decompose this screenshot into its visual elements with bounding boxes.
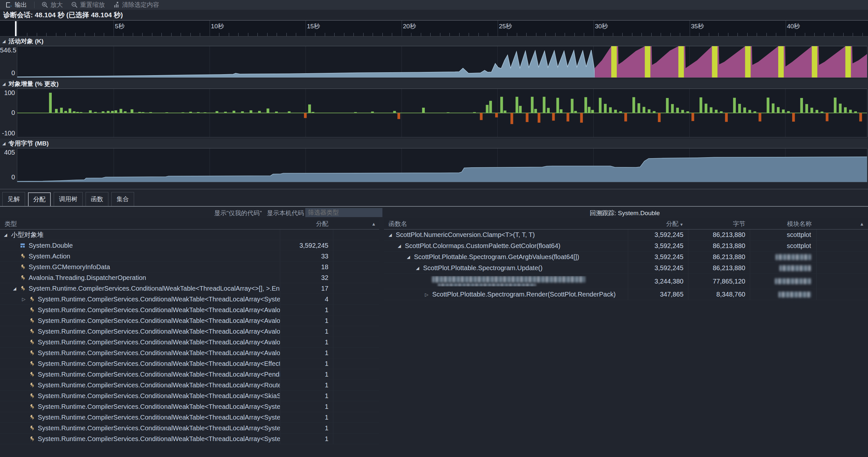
tab-call-tree[interactable]: 调用树 [54, 192, 83, 206]
tab-collections[interactable]: 集合 [111, 192, 134, 206]
type-row[interactable]: System.Runtime.CompilerServices.Conditio… [0, 423, 379, 433]
time-ruler[interactable]: 5秒10秒15秒20秒25秒30秒35秒40秒 [0, 20, 868, 36]
class-type-icon [20, 253, 26, 259]
type-name-label: System.Runtime.CompilerServices.Conditio… [38, 360, 280, 367]
type-row[interactable]: ◢System.Runtime.CompilerServices.Conditi… [0, 283, 379, 294]
chart-object-delta-plot[interactable] [17, 89, 867, 138]
ruler-minor-tick [257, 33, 258, 36]
functions-table: 函数名 分配 ▼ 字节 模块名称 ◢ScottPlot.NumericConve… [384, 218, 868, 300]
chart-private-bytes-plot[interactable] [17, 148, 867, 182]
chart3-ymax-label: 405 [0, 149, 15, 156]
zoom-in-button[interactable]: 放大 [39, 0, 65, 10]
row-filler [333, 347, 379, 358]
ruler-minor-tick [315, 33, 315, 36]
function-alloc-value: 3,592,245 [628, 241, 688, 251]
collapse-triangle-icon[interactable]: ◢ [2, 82, 5, 86]
function-name-cell [384, 276, 628, 286]
clear-selection-button[interactable]: 清除选定内容 [111, 0, 162, 10]
type-row[interactable]: System.Runtime.CompilerServices.Conditio… [0, 358, 379, 369]
type-row[interactable]: System.GCMemoryInfoData18 [0, 262, 379, 272]
tab-allocations[interactable]: 分配 [28, 192, 51, 206]
type-row[interactable]: System.Action33 [0, 251, 379, 262]
expander-collapsed-icon[interactable]: ▷ [424, 292, 430, 297]
toolbar: → 输出 放大 重置缩放 清除选定内容 [0, 0, 868, 10]
function-row[interactable]: ◢ScottPlot.Plottable.Spectrogram.GetArgb… [384, 252, 868, 263]
chart-live-objects-plot[interactable] [17, 46, 867, 78]
just-my-code-toggle[interactable]: 显示"仅我的代码" [214, 209, 262, 217]
timeline-cursor[interactable] [15, 21, 17, 36]
collapse-triangle-icon[interactable]: ◢ [2, 141, 5, 146]
function-row[interactable]: ◢ScottPlot.Colormaps.CustomPalette.GetCo… [384, 241, 868, 252]
type-name-label: System.Double [29, 242, 73, 249]
function-module-cell [750, 289, 816, 300]
type-row[interactable]: System.Runtime.CompilerServices.Conditio… [0, 347, 379, 358]
redacted-text [775, 278, 811, 284]
types-col-header[interactable]: 类型 [0, 220, 280, 228]
type-alloc-value: 18 [280, 262, 333, 272]
filter-type-input[interactable] [305, 208, 382, 217]
expander-expanded-icon[interactable]: ◢ [405, 254, 411, 260]
function-row[interactable]: ◢ScottPlot.NumericConversion.Clamp<T>(T,… [384, 230, 868, 241]
reset-zoom-button[interactable]: 重置缩放 [69, 0, 107, 10]
ruler-minor-tick [248, 33, 248, 36]
chart-private-bytes-header[interactable]: ◢ 专用字节 (MB) [0, 139, 868, 148]
type-alloc-value: 1 [280, 358, 333, 369]
type-row[interactable]: ▷System.Runtime.CompilerServices.Conditi… [0, 294, 379, 305]
type-row[interactable]: System.Runtime.CompilerServices.Conditio… [0, 326, 379, 337]
module-col-header[interactable]: 模块名称 [750, 220, 816, 228]
native-code-toggle[interactable]: 显示本机代码 [267, 209, 304, 217]
type-row[interactable]: System.Runtime.CompilerServices.Conditio… [0, 315, 379, 326]
alloc-col-header[interactable]: 分配 [280, 220, 333, 228]
type-row[interactable]: System.Runtime.CompilerServices.Conditio… [0, 391, 379, 401]
expander-expanded-icon[interactable]: ◢ [415, 266, 421, 271]
export-output-icon: → [6, 2, 12, 8]
bytes-col-header[interactable]: 字节 [688, 220, 750, 228]
type-row[interactable]: Avalonia.Threading.DispatcherOperation32 [0, 272, 379, 283]
expander-collapsed-icon[interactable]: ▷ [21, 297, 27, 302]
type-alloc-value [280, 230, 333, 240]
type-name-cell: System.Action [0, 252, 280, 260]
ruler-minor-tick [622, 33, 623, 36]
function-row[interactable]: ▷ScottPlot.Plottable.Spectrogram.Render(… [384, 289, 868, 300]
type-row[interactable]: System.Runtime.CompilerServices.Conditio… [0, 369, 379, 380]
class-type-icon [29, 383, 35, 388]
chart-live-objects-header[interactable]: ◢ 活动对象 (K) [0, 36, 868, 46]
type-row[interactable]: System.Runtime.CompilerServices.Conditio… [0, 380, 379, 391]
tab-functions[interactable]: 函数 [86, 192, 108, 206]
row-filler [333, 337, 379, 347]
function-alloc-value: 347,865 [628, 289, 688, 300]
collapse-triangle-icon[interactable]: ◢ [2, 39, 5, 43]
output-button[interactable]: → 输出 [3, 0, 30, 10]
ruler-minor-tick [536, 33, 536, 36]
chart1-ymin-label: 0 [0, 69, 15, 77]
functions-table-scroll-up-icon[interactable]: ▲ [860, 221, 864, 226]
type-row[interactable]: System.Runtime.CompilerServices.Conditio… [0, 412, 379, 423]
function-name-col-header[interactable]: 函数名 [384, 220, 628, 228]
type-row[interactable]: System.Runtime.CompilerServices.Conditio… [0, 433, 379, 444]
function-row[interactable]: ◢ScottPlot.Plottable.Spectrogram.Update(… [384, 263, 868, 274]
ruler-minor-tick [459, 33, 460, 36]
class-type-icon [29, 404, 35, 409]
type-row[interactable]: System.Runtime.CompilerServices.Conditio… [0, 401, 379, 412]
type-row[interactable]: ◢小型对象堆 [0, 230, 379, 240]
sort-desc-icon: ▼ [679, 222, 683, 227]
class-type-icon [20, 286, 26, 291]
ruler-minor-tick [526, 33, 527, 36]
type-row[interactable]: System.Runtime.CompilerServices.Conditio… [0, 337, 379, 347]
ruler-minor-tick [603, 33, 603, 36]
function-bytes-value: 8,348,760 [688, 289, 750, 300]
tab-insights[interactable]: 见解 [2, 192, 25, 206]
function-row[interactable]: 3,244,38077,865,120 [384, 274, 868, 289]
type-name-label: System.Runtime.CompilerServices.Conditio… [38, 414, 280, 421]
chart-object-delta-header[interactable]: ◢ 对象增量 (% 更改) [0, 79, 868, 89]
expander-expanded-icon[interactable]: ◢ [12, 286, 18, 291]
expander-expanded-icon[interactable]: ◢ [3, 233, 8, 237]
alloc-col-header-right[interactable]: 分配 ▼ [628, 220, 688, 228]
type-row[interactable]: System.Runtime.CompilerServices.Conditio… [0, 305, 379, 315]
ruler-minor-tick [718, 33, 719, 36]
expander-expanded-icon[interactable]: ◢ [396, 243, 402, 248]
expander-expanded-icon[interactable]: ◢ [387, 233, 393, 237]
redacted-text [438, 283, 536, 286]
type-row[interactable]: System.Double3,592,245 [0, 240, 379, 251]
types-table-scroll-up-icon[interactable]: ▲ [371, 221, 376, 226]
